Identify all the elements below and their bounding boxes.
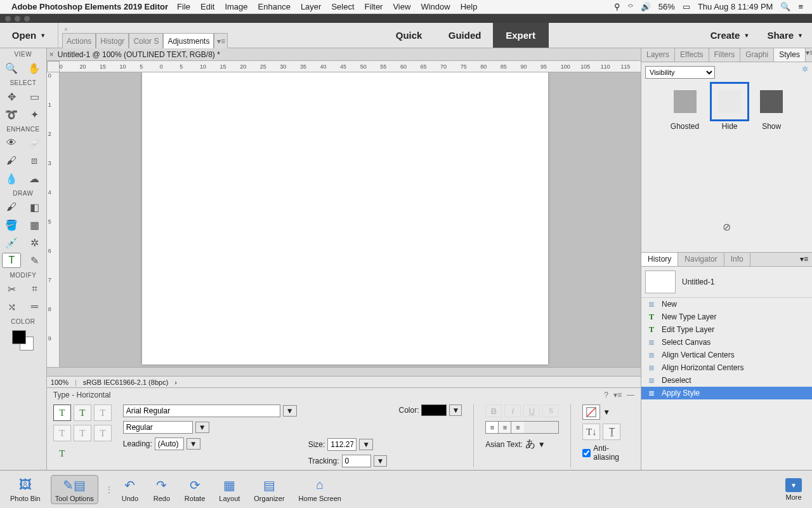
spotlight-icon[interactable]: 🔍 [780,2,790,11]
tab-styles[interactable]: Styles [774,48,806,62]
content-move-tool-icon[interactable]: ⤭ [2,299,21,314]
wifi-icon[interactable]: ⌔ [628,2,633,11]
history-row[interactable]: TEdit Type Layer [641,323,812,336]
tab-layers[interactable]: Layers [641,48,675,62]
color-swatch[interactable] [10,329,36,351]
tab-overflow-icon[interactable]: ▾≡ [214,33,228,48]
chevron-down-icon[interactable]: ▼ [187,438,200,450]
taskbar-home-screen[interactable]: ⌂Home Screen [295,476,345,504]
strikethrough-button[interactable]: S [542,404,559,417]
foreground-color[interactable] [12,330,26,344]
menu-window[interactable]: Window [421,2,450,11]
create-button[interactable]: Create▼ [702,30,759,41]
menu-image[interactable]: Image [225,2,247,11]
minimize-window-icon[interactable] [15,16,20,22]
zoom-tool-icon[interactable]: 🔍 [2,60,21,76]
taskbar-more[interactable]: ▾More [782,477,806,502]
tab-filters[interactable]: Filters [709,48,741,62]
sponge-tool-icon[interactable]: ☁ [25,171,44,186]
bold-button[interactable]: B [485,404,502,417]
help-icon[interactable]: ? [604,391,608,399]
horizontal-type-icon[interactable]: T [53,404,71,421]
chevron-down-icon[interactable]: ▼ [374,455,388,467]
history-row[interactable]: ≣New [641,298,812,311]
tab-color-swatches[interactable]: Color S [129,33,163,48]
history-snapshot[interactable]: Untitled-1 [641,267,812,298]
tab-history[interactable]: History [641,253,678,266]
history-row[interactable]: ≣Deselect [641,374,812,387]
type-selection-icon[interactable]: T [94,425,112,441]
bluetooth-icon[interactable]: ⚲ [614,2,620,11]
smart-brush-tool-icon[interactable]: 🖌 [2,153,21,168]
leading-input[interactable] [155,438,184,450]
tab-graphics[interactable]: Graphi [740,48,774,62]
tab-effects[interactable]: Effects [675,48,709,62]
tracking-input[interactable] [342,455,371,467]
menu-file[interactable]: File [177,2,190,11]
zoom-level[interactable]: 100% [51,378,69,386]
panel-menu-icon[interactable]: ▾≡ [796,253,812,266]
text-orientation-toggle-icon[interactable]: T↓ [582,424,600,440]
menu-extras-icon[interactable]: ≡ [798,2,803,11]
taskbar-rotate[interactable]: ⟳Rotate [181,476,209,504]
panel-menu-icon[interactable]: ▾≡ [613,391,622,399]
mode-quick[interactable]: Quick [381,23,437,48]
mode-expert[interactable]: Expert [493,23,549,48]
paint-bucket-tool-icon[interactable]: 🪣 [2,217,21,232]
type-on-path-icon[interactable]: T [53,425,71,441]
gradient-tool-icon[interactable]: ▦ [25,217,44,232]
style-hide[interactable]: Hide [718,90,741,131]
crop-tool-icon[interactable]: ✂ [2,281,21,297]
taskbar-layout[interactable]: ▦Layout [215,476,244,504]
shape-tool-icon[interactable]: ✲ [25,235,44,250]
menu-select[interactable]: Select [331,2,354,11]
font-style-input[interactable] [123,421,193,434]
hand-tool-icon[interactable]: ✋ [25,60,44,76]
warp-none-icon[interactable] [582,404,600,420]
document-tab[interactable]: × Untitled-1 @ 100% (OUTLINED TEXT, RGB/… [47,48,641,61]
tab-info[interactable]: Info [724,253,750,266]
styles-category-select[interactable]: Visibility [645,66,715,79]
volume-icon[interactable]: 🔊 [641,2,651,11]
chevron-down-icon[interactable]: ▼ [283,405,297,417]
collapse-icon[interactable]: — [627,391,634,399]
zoom-window-icon[interactable] [24,16,30,22]
canvas-viewport[interactable] [60,72,641,367]
menu-filter[interactable]: Filter [365,2,383,11]
menu-enhance[interactable]: Enhance [258,2,291,11]
menu-layer[interactable]: Layer [301,2,322,11]
recompose-tool-icon[interactable]: ⌗ [25,281,44,297]
taskbar-tool-options[interactable]: ✎▤Tool Options [51,475,98,504]
vertical-type-icon[interactable]: T [74,404,91,421]
chevron-down-icon[interactable]: ▼ [359,439,373,450]
menu-view[interactable]: View [393,2,410,11]
taskbar-photo-bin[interactable]: 🖼Photo Bin [6,476,44,504]
menu-help[interactable]: Help [461,2,478,11]
underline-button[interactable]: U [523,404,540,417]
chevron-down-icon[interactable]: ▼ [449,404,462,416]
redeye-tool-icon[interactable]: 👁 [2,135,21,150]
brush-tool-icon[interactable]: 🖌 [2,199,21,215]
chevron-down-icon[interactable]: ▼ [195,422,209,433]
tab-adjustments[interactable]: Adjustments [163,33,214,48]
chevron-right-icon[interactable]: › [174,378,177,386]
tab-histogram[interactable]: Histogr [96,33,129,48]
pencil-tool-icon[interactable]: ✎ [25,253,44,268]
blur-tool-icon[interactable]: 💧 [2,171,21,186]
history-row[interactable]: ≣Align Vertical Centers [641,349,812,361]
eyedropper-tool-icon[interactable]: 💉 [2,235,21,250]
canvas[interactable] [142,72,548,364]
chevron-down-icon[interactable]: ▼ [538,440,546,449]
font-size-input[interactable] [327,438,357,451]
straighten-tool-icon[interactable]: ═ [25,299,44,314]
chevron-down-icon[interactable]: ▼ [603,408,610,417]
text-color-swatch[interactable] [421,404,447,416]
font-family-input[interactable] [123,404,280,417]
lasso-tool-icon[interactable]: ➰ [2,107,21,122]
marquee-tool-icon[interactable]: ▭ [25,89,44,104]
taskbar-undo[interactable]: ↶Undo [117,476,143,504]
tab-navigator[interactable]: Navigator [678,253,724,266]
horizontal-scrollbar[interactable] [47,367,641,376]
close-icon[interactable]: × [64,26,68,33]
taskbar-redo[interactable]: ↷Redo [149,476,174,504]
